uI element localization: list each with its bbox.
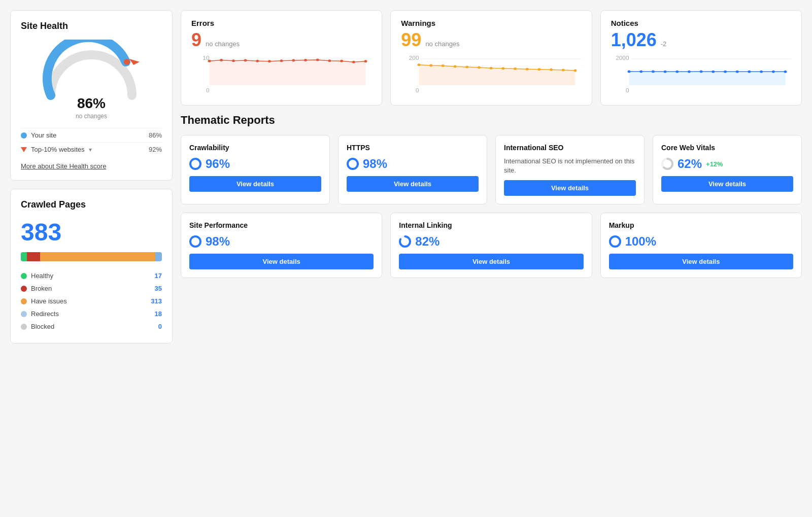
view-details-btn-international-seo[interactable]: View details	[504, 180, 636, 196]
svg-point-48	[735, 71, 738, 73]
notices-label: Notices	[611, 19, 791, 27]
bar-segment	[27, 252, 40, 261]
thematic-score-core-web-vitals: 62%	[678, 157, 702, 171]
crawled-count: 383	[21, 218, 162, 246]
bar-segment	[40, 252, 155, 261]
thematic-card-title-core-web-vitals: Core Web Vitals	[661, 144, 793, 152]
crawled-legend-row: Redirects 18	[21, 307, 162, 320]
crawled-legend-value: 18	[155, 310, 162, 318]
svg-point-7	[232, 59, 235, 62]
crawled-legend-value: 35	[155, 285, 162, 292]
view-details-btn-core-web-vitals[interactable]: View details	[661, 176, 793, 192]
svg-point-40	[639, 71, 642, 73]
site-health-card: Site Health 86% no changes	[10, 10, 173, 181]
svg-point-31	[526, 68, 529, 71]
svg-point-64	[610, 236, 620, 247]
svg-point-49	[748, 71, 751, 73]
errors-card: Errors 9 no changes 10 0	[181, 10, 382, 106]
site-health-title: Site Health	[21, 21, 162, 31]
notices-chart: 2000 0	[611, 55, 791, 95]
thematic-card-title-international-seo: International SEO	[504, 144, 636, 152]
svg-text:10: 10	[202, 55, 209, 61]
crawled-pages-card: Crawled Pages 383 Healthy 17 Broken 35 H…	[10, 189, 173, 343]
thematic-score-row-crawlability: 96%	[189, 157, 321, 171]
crawled-legend-label: Redirects	[31, 310, 59, 318]
svg-point-47	[724, 71, 727, 73]
notices-change: -2	[661, 40, 667, 48]
svg-point-5	[208, 60, 211, 62]
svg-text:200: 200	[409, 55, 419, 61]
donut-icon	[661, 158, 673, 170]
svg-point-14	[316, 59, 319, 61]
crawled-legend-label: Have issues	[31, 297, 67, 305]
svg-point-11	[280, 59, 283, 62]
warnings-card: Warnings 99 no changes 200 0	[390, 10, 592, 106]
view-details-btn-crawlability[interactable]: View details	[189, 176, 321, 192]
donut-icon	[399, 235, 411, 248]
top10-value: 92%	[149, 146, 162, 153]
thematic-card-internal-linking: Internal Linking 82%View details	[390, 213, 592, 278]
crawled-legend-label: Blocked	[31, 323, 54, 330]
svg-point-52	[784, 71, 787, 73]
thematic-score-https: 98%	[363, 157, 387, 171]
crawled-dot	[21, 298, 27, 304]
thematic-card-title-markup: Markup	[609, 221, 793, 229]
thematic-score-row-core-web-vitals: 62%+12%	[661, 157, 793, 171]
svg-point-0	[124, 59, 130, 65]
top10-legend: Top-10% websites ▾ 92%	[21, 142, 162, 156]
thematic-card-site-performance: Site Performance 98%View details	[181, 213, 382, 278]
svg-point-10	[268, 60, 271, 62]
crawled-legend-row: Healthy 17	[21, 269, 162, 282]
crawled-legend-row: Broken 35	[21, 282, 162, 295]
thematic-card-https: HTTPS 98%View details	[338, 135, 487, 204]
svg-point-44	[688, 71, 691, 73]
thematic-card-markup: Markup 100%View details	[600, 213, 802, 278]
crawled-legend: Healthy 17 Broken 35 Have issues 313 Red…	[21, 269, 162, 333]
thematic-card-title-site-performance: Site Performance	[189, 221, 374, 229]
thematic-score-row-internal-linking: 82%	[399, 234, 583, 249]
svg-point-30	[514, 67, 517, 70]
svg-point-17	[352, 61, 355, 63]
donut-icon	[189, 158, 201, 170]
warnings-change: no changes	[425, 40, 459, 48]
svg-point-28	[490, 67, 493, 70]
bar-segment	[155, 252, 162, 261]
thematic-score-row-site-performance: 98%	[189, 234, 374, 249]
svg-text:0: 0	[626, 88, 629, 93]
warnings-number: 99	[401, 29, 421, 51]
crawled-legend-value: 313	[151, 297, 162, 305]
thematic-score-site-performance: 98%	[206, 234, 230, 249]
svg-marker-1	[129, 59, 140, 65]
thematic-score-internal-linking: 82%	[415, 234, 439, 249]
svg-point-60	[190, 236, 200, 247]
view-details-btn-https[interactable]: View details	[347, 176, 479, 192]
svg-point-32	[538, 68, 541, 71]
svg-point-25	[454, 65, 457, 68]
crawled-legend-value: 0	[158, 323, 162, 330]
top10-chevron-icon[interactable]: ▾	[89, 146, 92, 153]
crawled-legend-row: Have issues 313	[21, 295, 162, 307]
crawled-legend-label: Healthy	[31, 272, 53, 280]
svg-point-22	[418, 63, 421, 66]
view-details-btn-site-performance[interactable]: View details	[189, 254, 374, 269]
donut-icon	[347, 158, 359, 170]
svg-point-35	[574, 69, 577, 72]
view-details-btn-internal-linking[interactable]: View details	[399, 254, 583, 269]
top10-label: Top-10% websites	[31, 146, 85, 153]
view-details-btn-markup[interactable]: View details	[609, 254, 793, 269]
crawled-legend-label: Broken	[31, 285, 52, 292]
thematic-card-title-crawlability: Crawlability	[189, 144, 321, 152]
top10-triangle-icon	[21, 147, 27, 152]
svg-point-26	[466, 66, 469, 68]
svg-point-9	[256, 60, 259, 62]
warnings-label: Warnings	[401, 19, 581, 27]
crawled-dot	[21, 273, 27, 279]
crawled-legend-value: 17	[155, 272, 162, 280]
svg-point-45	[699, 71, 702, 73]
svg-text:2000: 2000	[616, 55, 629, 61]
more-about-link[interactable]: More about Site Health score	[21, 162, 106, 170]
thematic-card-core-web-vitals: Core Web Vitals 62%+12%View details	[653, 135, 802, 204]
svg-point-33	[550, 68, 553, 71]
crawled-legend-row: Blocked 0	[21, 320, 162, 333]
svg-point-8	[244, 59, 247, 62]
